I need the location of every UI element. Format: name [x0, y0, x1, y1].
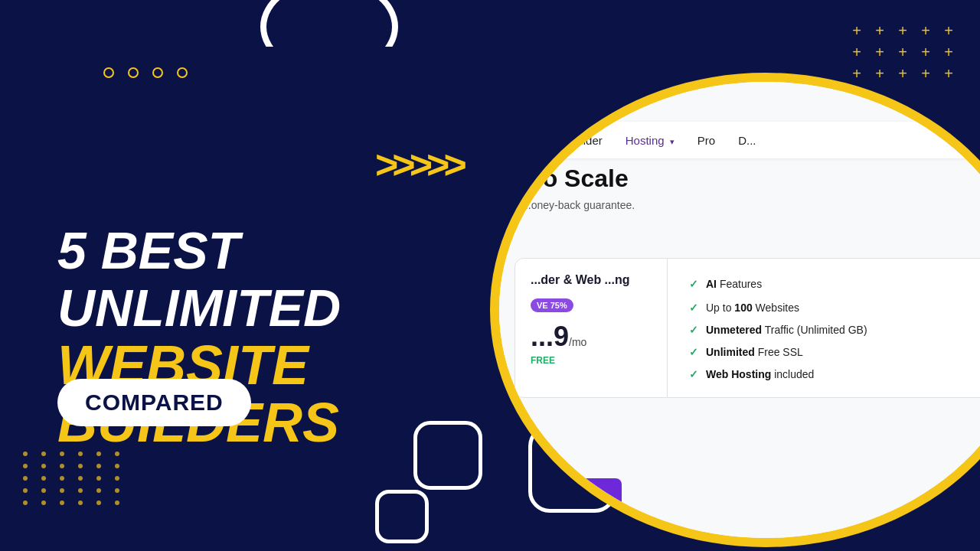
dot-grid-item	[96, 464, 101, 468]
dot-grid-item	[115, 500, 119, 505]
dot-grid-item	[60, 500, 64, 505]
dot-grid-item	[23, 464, 28, 468]
dot-grid-item	[115, 464, 119, 468]
plus-icon: +	[894, 23, 911, 38]
dot-grid-item	[115, 488, 119, 493]
dot-grid-item	[96, 488, 101, 493]
hero-title: ...o Scale	[522, 165, 980, 193]
feature-item-ai: ✓ AI Features ⓘ	[689, 276, 980, 292]
save-badge: VE 75%	[531, 298, 573, 312]
plus-icon: +	[871, 66, 888, 81]
check-icon: ✓	[689, 278, 698, 290]
dot-grid-item	[78, 464, 83, 468]
feature-text-ai: AI Features	[706, 278, 762, 290]
dot-grid-item	[78, 500, 83, 505]
chevron-down-icon: ▾	[670, 137, 675, 146]
dot-grid-item	[23, 452, 28, 456]
dot-grid-item	[60, 476, 64, 481]
feature-item-ssl: ✓ Unlimited Free SSL	[689, 346, 980, 358]
feature-list: ✓ AI Features ⓘ ✓ Up to 100 Websites ✓ U…	[689, 276, 980, 380]
plus-icon: +	[871, 44, 888, 60]
check-icon: ✓	[689, 368, 698, 380]
dot-grid-item	[96, 500, 101, 505]
feature-text-ssl: Unlimited Free SSL	[706, 346, 803, 358]
dot-grid-item	[41, 476, 46, 481]
nav-item-website-builder[interactable]: Website Builder	[522, 134, 603, 147]
check-icon: ✓	[689, 302, 698, 314]
dot-grid-item	[115, 476, 119, 481]
decorative-rounded-square-3	[375, 490, 429, 543]
feature-text-hosting: Web Hosting included	[706, 368, 814, 380]
dot-circle-4	[177, 67, 188, 78]
plus-icon: +	[917, 23, 934, 38]
dot-grid-item	[78, 476, 83, 481]
free-label: FREE	[531, 355, 652, 366]
decorative-dot-grid	[23, 452, 126, 505]
plus-icon: +	[894, 44, 911, 60]
plus-icon: +	[848, 44, 865, 60]
plan-left-column: ...der & Web ...ng VE 75% ...9/mo FREE	[514, 258, 668, 398]
decorative-chevrons: >>>>>	[375, 142, 461, 187]
feature-text-websites: Up to 100 Websites	[706, 302, 799, 314]
plus-icon: +	[848, 66, 865, 81]
plus-icon: +	[940, 44, 957, 60]
nav-item-pro[interactable]: Pro	[697, 134, 715, 147]
dot-grid-item	[23, 488, 28, 493]
compared-button[interactable]: COMPARED	[57, 379, 251, 426]
plus-icon: +	[917, 44, 934, 60]
site-preview-circle: Website Builder Hosting ▾ Pro D... ...o …	[490, 73, 980, 547]
site-nav: Website Builder Hosting ▾ Pro D...	[499, 122, 980, 158]
feature-text-traffic: Unmetered Traffic (Unlimited GB)	[706, 324, 867, 336]
dot-grid-item	[41, 452, 46, 456]
plan-name: ...der & Web ...ng	[531, 272, 652, 289]
dot-circle-1	[103, 67, 114, 78]
check-icon: ✓	[689, 324, 698, 336]
dot-circle-3	[152, 67, 163, 78]
decorative-dots-row	[103, 67, 188, 78]
check-icon: ✓	[689, 346, 698, 358]
nav-item-more[interactable]: D...	[738, 134, 756, 147]
price-display: ...9/mo	[531, 323, 652, 350]
dot-grid-item	[96, 476, 101, 481]
hero-subtitle: ...oney-back guarantee.	[522, 199, 980, 211]
price-value: ...9	[531, 321, 569, 352]
plus-icon: +	[917, 66, 934, 81]
decorative-plus-grid: + + + + + + + + + + + + + + +	[848, 23, 957, 81]
dot-grid-item	[60, 464, 64, 468]
nav-item-hosting[interactable]: Hosting ▾	[626, 134, 675, 147]
title-line-1: 5 BEST UNLIMITED	[57, 222, 486, 337]
dot-circle-2	[128, 67, 139, 78]
feature-item-traffic: ✓ Unmetered Traffic (Unlimited GB)	[689, 324, 980, 336]
site-hero: ...o Scale ...oney-back guarantee.	[522, 165, 980, 227]
website-inner: Website Builder Hosting ▾ Pro D... ...o …	[499, 82, 980, 538]
dot-grid-item	[41, 464, 46, 468]
plus-icon: +	[940, 23, 957, 38]
pricing-section: ...der & Web ...ng VE 75% ...9/mo FREE ✓…	[499, 258, 980, 398]
plan-right-column: ✓ AI Features ⓘ ✓ Up to 100 Websites ✓ U…	[668, 258, 980, 398]
plus-icon: +	[848, 23, 865, 38]
dot-grid-item	[60, 488, 64, 493]
plus-icon: +	[894, 66, 911, 81]
dot-grid-item	[41, 500, 46, 505]
feature-item-websites: ✓ Up to 100 Websites	[689, 302, 980, 314]
plus-icon: +	[940, 66, 957, 81]
price-period: /mo	[569, 336, 586, 348]
dot-grid-item	[23, 500, 28, 505]
feature-item-hosting: ✓ Web Hosting included	[689, 368, 980, 380]
dot-grid-item	[78, 488, 83, 493]
dot-grid-item	[23, 476, 28, 481]
plus-icon: +	[871, 23, 888, 38]
dot-grid-item	[41, 488, 46, 493]
plan-cta-button[interactable]	[522, 478, 622, 514]
